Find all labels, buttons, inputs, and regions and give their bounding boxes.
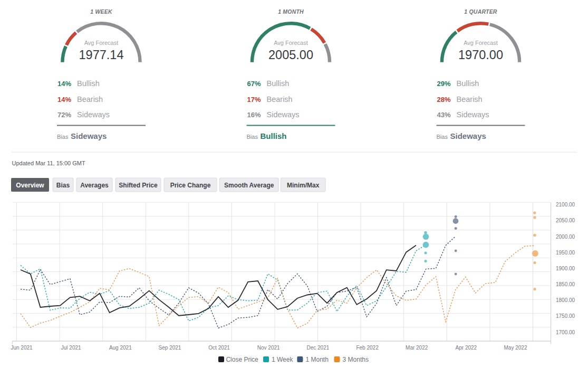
svg-text:Sideways: Sideways: [77, 110, 110, 119]
svg-text:Avg Forecast: Avg Forecast: [464, 40, 498, 46]
svg-text:May 2022: May 2022: [504, 345, 527, 351]
svg-text:67%: 67%: [247, 80, 261, 88]
svg-text:1 WEEK: 1 WEEK: [90, 8, 113, 15]
svg-text:Averages: Averages: [80, 182, 109, 189]
svg-text:Nov 2021: Nov 2021: [257, 345, 280, 351]
svg-text:Updated Mar 11, 15:00 GMT: Updated Mar 11, 15:00 GMT: [12, 160, 85, 166]
svg-text:1 QUARTER: 1 QUARTER: [464, 8, 497, 15]
svg-text:14%: 14%: [57, 96, 71, 103]
svg-text:1850.00: 1850.00: [556, 281, 575, 287]
svg-text:Bias: Bias: [437, 134, 448, 140]
svg-text:Minim/Max: Minim/Max: [287, 182, 320, 189]
svg-text:43%: 43%: [437, 111, 450, 119]
svg-text:Price Change: Price Change: [170, 182, 211, 189]
svg-text:Bias: Bias: [247, 134, 258, 140]
svg-text:Sideways: Sideways: [267, 110, 300, 119]
svg-text:2050.00: 2050.00: [556, 218, 575, 223]
svg-text:Bias: Bias: [56, 182, 70, 189]
svg-text:1 Month: 1 Month: [306, 356, 329, 363]
svg-text:Overview: Overview: [16, 182, 44, 189]
svg-text:1977.14: 1977.14: [79, 48, 124, 62]
svg-text:Bias: Bias: [57, 134, 69, 140]
svg-text:1750.00: 1750.00: [556, 313, 575, 319]
svg-text:14%: 14%: [57, 80, 71, 88]
svg-text:1 Week: 1 Week: [272, 356, 293, 363]
svg-text:Jun 2021: Jun 2021: [11, 345, 33, 351]
svg-text:17%: 17%: [247, 96, 261, 103]
svg-text:Avg Forecast: Avg Forecast: [274, 40, 308, 46]
svg-text:28%: 28%: [437, 96, 450, 103]
svg-text:1970.00: 1970.00: [458, 48, 503, 62]
svg-text:Jul 2021: Jul 2021: [61, 345, 81, 351]
svg-text:Aug 2021: Aug 2021: [109, 345, 132, 351]
svg-text:29%: 29%: [437, 80, 450, 88]
svg-text:Bullish: Bullish: [261, 131, 287, 140]
svg-text:1950.00: 1950.00: [556, 250, 575, 256]
svg-text:Oct 2021: Oct 2021: [208, 345, 230, 351]
svg-text:Bearish: Bearish: [267, 95, 293, 103]
svg-text:Dec 2021: Dec 2021: [306, 345, 329, 351]
svg-text:Bullish: Bullish: [457, 79, 479, 88]
svg-text:Sideways: Sideways: [71, 131, 107, 140]
svg-text:Bullish: Bullish: [77, 79, 100, 88]
svg-text:Apr 2022: Apr 2022: [456, 345, 477, 351]
svg-text:Mar 2022: Mar 2022: [406, 345, 428, 351]
svg-text:Bearish: Bearish: [457, 95, 483, 103]
svg-text:Feb 2022: Feb 2022: [356, 345, 379, 351]
svg-text:2005.00: 2005.00: [268, 48, 313, 62]
svg-text:72%: 72%: [57, 111, 71, 119]
svg-text:3 Months: 3 Months: [343, 356, 369, 363]
svg-text:Sideways: Sideways: [450, 131, 486, 140]
svg-text:2100.00: 2100.00: [556, 202, 575, 208]
svg-text:16%: 16%: [247, 111, 261, 119]
svg-text:Shifted Price: Shifted Price: [119, 182, 158, 189]
svg-text:Avg Forecast: Avg Forecast: [84, 40, 119, 46]
svg-text:1900.00: 1900.00: [556, 266, 575, 271]
svg-text:Bearish: Bearish: [77, 95, 103, 103]
svg-text:1 MONTH: 1 MONTH: [278, 8, 304, 15]
svg-text:Sideways: Sideways: [457, 110, 489, 119]
svg-text:Sep 2021: Sep 2021: [159, 345, 181, 351]
svg-text:1800.00: 1800.00: [556, 297, 575, 303]
svg-text:2000.00: 2000.00: [556, 234, 575, 240]
svg-text:Bullish: Bullish: [267, 79, 290, 88]
svg-text:Smooth Average: Smooth Average: [224, 182, 274, 189]
svg-text:1700.00: 1700.00: [556, 329, 575, 335]
svg-text:Close Price: Close Price: [226, 356, 258, 363]
